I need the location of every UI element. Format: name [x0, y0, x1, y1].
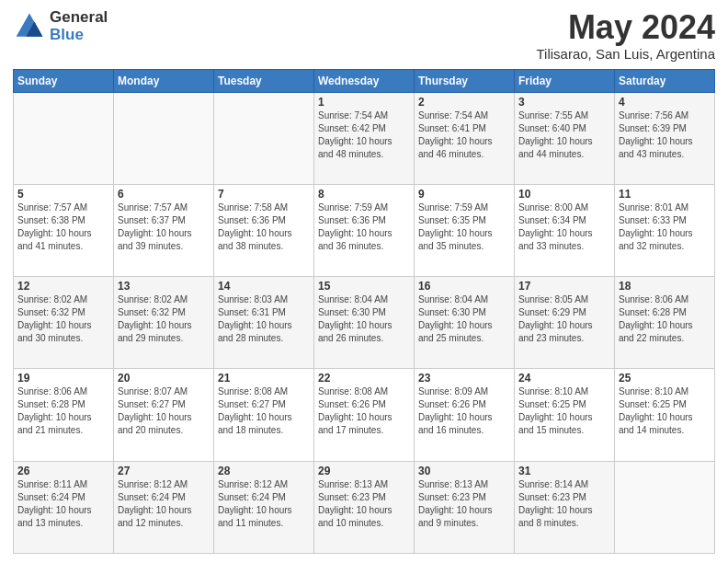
- day-info: Sunrise: 8:11 AM Sunset: 6:24 PM Dayligh…: [17, 478, 109, 530]
- day-of-week-header: Sunday: [14, 69, 114, 92]
- calendar-cell: 30Sunrise: 8:13 AM Sunset: 6:23 PM Dayli…: [415, 461, 515, 553]
- day-info: Sunrise: 8:08 AM Sunset: 6:26 PM Dayligh…: [318, 385, 410, 437]
- day-info: Sunrise: 8:04 AM Sunset: 6:30 PM Dayligh…: [418, 293, 510, 345]
- day-info: Sunrise: 7:54 AM Sunset: 6:41 PM Dayligh…: [418, 109, 510, 161]
- day-number: 30: [418, 465, 510, 477]
- day-number: 15: [318, 280, 410, 293]
- day-info: Sunrise: 8:10 AM Sunset: 6:25 PM Dayligh…: [619, 385, 711, 437]
- calendar-body: 1Sunrise: 7:54 AM Sunset: 6:42 PM Daylig…: [14, 92, 715, 553]
- day-number: 2: [418, 96, 510, 109]
- day-number: 13: [118, 280, 210, 293]
- day-info: Sunrise: 8:07 AM Sunset: 6:27 PM Dayligh…: [118, 385, 210, 437]
- day-number: 6: [118, 188, 210, 201]
- day-of-week-header: Friday: [515, 69, 615, 92]
- calendar-cell: 10Sunrise: 8:00 AM Sunset: 6:34 PM Dayli…: [515, 184, 615, 276]
- day-info: Sunrise: 8:02 AM Sunset: 6:32 PM Dayligh…: [118, 293, 210, 345]
- calendar-cell: 12Sunrise: 8:02 AM Sunset: 6:32 PM Dayli…: [14, 277, 114, 369]
- header: General Blue May 2024 Tilisarao, San Lui…: [13, 9, 715, 62]
- calendar-cell: 18Sunrise: 8:06 AM Sunset: 6:28 PM Dayli…: [615, 277, 715, 369]
- calendar-cell: [214, 92, 314, 184]
- day-info: Sunrise: 8:06 AM Sunset: 6:28 PM Dayligh…: [619, 293, 711, 345]
- title-block: May 2024 Tilisarao, San Luis, Argentina: [536, 9, 715, 62]
- day-number: 17: [518, 280, 610, 293]
- day-number: 16: [418, 280, 510, 293]
- day-of-week-header: Thursday: [415, 69, 515, 92]
- day-info: Sunrise: 8:03 AM Sunset: 6:31 PM Dayligh…: [218, 293, 310, 345]
- day-info: Sunrise: 8:04 AM Sunset: 6:30 PM Dayligh…: [318, 293, 410, 345]
- day-number: 1: [318, 96, 410, 109]
- calendar-cell: [114, 92, 214, 184]
- calendar-cell: 26Sunrise: 8:11 AM Sunset: 6:24 PM Dayli…: [14, 461, 114, 553]
- day-info: Sunrise: 8:00 AM Sunset: 6:34 PM Dayligh…: [518, 201, 610, 253]
- calendar-cell: 8Sunrise: 7:59 AM Sunset: 6:36 PM Daylig…: [314, 184, 415, 276]
- day-number: 27: [118, 465, 210, 477]
- calendar-cell: 15Sunrise: 8:04 AM Sunset: 6:30 PM Dayli…: [314, 277, 415, 369]
- calendar-cell: 5Sunrise: 7:57 AM Sunset: 6:38 PM Daylig…: [14, 184, 114, 276]
- day-number: 11: [619, 188, 711, 201]
- day-info: Sunrise: 8:12 AM Sunset: 6:24 PM Dayligh…: [118, 478, 210, 530]
- day-number: 5: [17, 188, 109, 201]
- logo: General Blue: [13, 9, 108, 43]
- day-info: Sunrise: 7:58 AM Sunset: 6:36 PM Dayligh…: [218, 201, 310, 253]
- day-info: Sunrise: 7:57 AM Sunset: 6:38 PM Dayligh…: [17, 201, 109, 253]
- calendar-cell: 28Sunrise: 8:12 AM Sunset: 6:24 PM Dayli…: [214, 461, 314, 553]
- logo-text: General Blue: [50, 9, 108, 43]
- day-of-week-header: Saturday: [615, 69, 715, 92]
- day-info: Sunrise: 8:13 AM Sunset: 6:23 PM Dayligh…: [418, 478, 510, 530]
- day-info: Sunrise: 8:06 AM Sunset: 6:28 PM Dayligh…: [17, 385, 109, 437]
- subtitle: Tilisarao, San Luis, Argentina: [536, 46, 715, 62]
- calendar-cell: 19Sunrise: 8:06 AM Sunset: 6:28 PM Dayli…: [14, 369, 114, 461]
- calendar-week-row: 1Sunrise: 7:54 AM Sunset: 6:42 PM Daylig…: [14, 92, 715, 184]
- day-of-week-header: Monday: [114, 69, 214, 92]
- calendar-table: SundayMondayTuesdayWednesdayThursdayFrid…: [13, 69, 715, 554]
- day-number: 18: [619, 280, 711, 293]
- main-title: May 2024: [536, 9, 715, 46]
- logo-general-text: General: [50, 9, 108, 27]
- day-number: 7: [218, 188, 310, 201]
- calendar-cell: 11Sunrise: 8:01 AM Sunset: 6:33 PM Dayli…: [615, 184, 715, 276]
- calendar-cell: 24Sunrise: 8:10 AM Sunset: 6:25 PM Dayli…: [515, 369, 615, 461]
- day-number: 22: [318, 372, 410, 385]
- calendar-cell: 6Sunrise: 7:57 AM Sunset: 6:37 PM Daylig…: [114, 184, 214, 276]
- calendar-cell: 22Sunrise: 8:08 AM Sunset: 6:26 PM Dayli…: [314, 369, 415, 461]
- calendar-cell: 31Sunrise: 8:14 AM Sunset: 6:23 PM Dayli…: [515, 461, 615, 553]
- day-number: 10: [518, 188, 610, 201]
- calendar-cell: 23Sunrise: 8:09 AM Sunset: 6:26 PM Dayli…: [415, 369, 515, 461]
- calendar-week-row: 26Sunrise: 8:11 AM Sunset: 6:24 PM Dayli…: [14, 461, 715, 553]
- calendar-cell: 17Sunrise: 8:05 AM Sunset: 6:29 PM Dayli…: [515, 277, 615, 369]
- calendar-cell: 3Sunrise: 7:55 AM Sunset: 6:40 PM Daylig…: [515, 92, 615, 184]
- day-number: 28: [218, 465, 310, 477]
- calendar-week-row: 19Sunrise: 8:06 AM Sunset: 6:28 PM Dayli…: [14, 369, 715, 461]
- day-number: 9: [418, 188, 510, 201]
- day-info: Sunrise: 8:10 AM Sunset: 6:25 PM Dayligh…: [518, 385, 610, 437]
- calendar-cell: 14Sunrise: 8:03 AM Sunset: 6:31 PM Dayli…: [214, 277, 314, 369]
- day-info: Sunrise: 7:55 AM Sunset: 6:40 PM Dayligh…: [518, 109, 610, 161]
- day-info: Sunrise: 7:57 AM Sunset: 6:37 PM Dayligh…: [118, 201, 210, 253]
- day-number: 25: [619, 372, 711, 385]
- calendar-week-row: 12Sunrise: 8:02 AM Sunset: 6:32 PM Dayli…: [14, 277, 715, 369]
- day-info: Sunrise: 8:08 AM Sunset: 6:27 PM Dayligh…: [218, 385, 310, 437]
- calendar-week-row: 5Sunrise: 7:57 AM Sunset: 6:38 PM Daylig…: [14, 184, 715, 276]
- calendar-cell: 13Sunrise: 8:02 AM Sunset: 6:32 PM Dayli…: [114, 277, 214, 369]
- day-of-week-header: Wednesday: [314, 69, 415, 92]
- day-number: 4: [619, 96, 711, 109]
- day-number: 12: [17, 280, 109, 293]
- calendar-cell: 16Sunrise: 8:04 AM Sunset: 6:30 PM Dayli…: [415, 277, 515, 369]
- header-row: SundayMondayTuesdayWednesdayThursdayFrid…: [14, 69, 715, 92]
- logo-icon: [13, 10, 46, 43]
- page: General Blue May 2024 Tilisarao, San Lui…: [0, 0, 728, 563]
- day-number: 26: [17, 465, 109, 477]
- day-info: Sunrise: 8:05 AM Sunset: 6:29 PM Dayligh…: [518, 293, 610, 345]
- day-info: Sunrise: 7:56 AM Sunset: 6:39 PM Dayligh…: [619, 109, 711, 161]
- logo-blue-text: Blue: [50, 27, 108, 44]
- day-info: Sunrise: 8:09 AM Sunset: 6:26 PM Dayligh…: [418, 385, 510, 437]
- day-number: 24: [518, 372, 610, 385]
- day-number: 23: [418, 372, 510, 385]
- day-number: 8: [318, 188, 410, 201]
- day-info: Sunrise: 8:14 AM Sunset: 6:23 PM Dayligh…: [518, 478, 610, 530]
- day-info: Sunrise: 8:12 AM Sunset: 6:24 PM Dayligh…: [218, 478, 310, 530]
- calendar-cell: 7Sunrise: 7:58 AM Sunset: 6:36 PM Daylig…: [214, 184, 314, 276]
- calendar-cell: 1Sunrise: 7:54 AM Sunset: 6:42 PM Daylig…: [314, 92, 415, 184]
- day-info: Sunrise: 7:54 AM Sunset: 6:42 PM Dayligh…: [318, 109, 410, 161]
- calendar-cell: [14, 92, 114, 184]
